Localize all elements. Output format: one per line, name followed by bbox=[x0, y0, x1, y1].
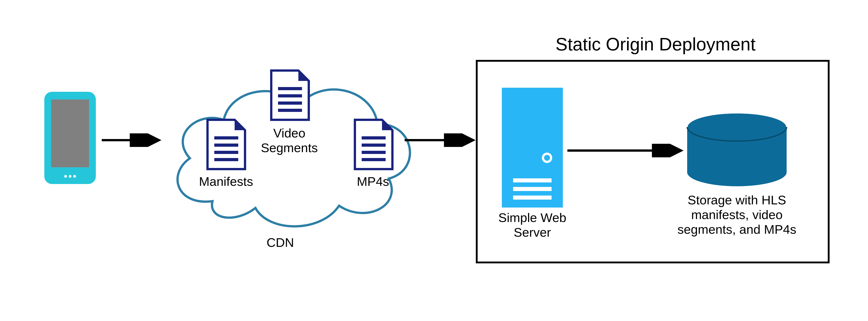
deployment-title: Static Origin Deployment bbox=[486, 34, 825, 55]
video-segments-label: Video Segments bbox=[255, 126, 323, 155]
svg-point-27 bbox=[687, 158, 786, 186]
database-icon bbox=[685, 112, 789, 187]
file-icon bbox=[205, 118, 247, 171]
arrow-icon bbox=[405, 133, 477, 147]
manifests-label: Manifests bbox=[197, 174, 255, 189]
file-icon bbox=[352, 118, 395, 171]
device-icon bbox=[43, 90, 97, 185]
diagram-stage: Manifests Video Segments MP4s CDN Static… bbox=[0, 0, 868, 321]
svg-point-3 bbox=[69, 175, 71, 178]
svg-point-2 bbox=[64, 175, 67, 178]
svg-point-4 bbox=[73, 175, 76, 178]
web-server-label: Simple Web Server bbox=[483, 210, 582, 239]
cdn-label: CDN bbox=[258, 235, 303, 250]
storage-label: Storage with HLS manifests, video segmen… bbox=[662, 193, 811, 237]
arrow-icon bbox=[567, 144, 685, 157]
svg-rect-1 bbox=[51, 99, 89, 167]
file-icon bbox=[269, 68, 311, 122]
arrow-icon bbox=[102, 133, 163, 147]
server-icon bbox=[502, 88, 563, 207]
mp4s-label: MP4s bbox=[346, 174, 400, 189]
